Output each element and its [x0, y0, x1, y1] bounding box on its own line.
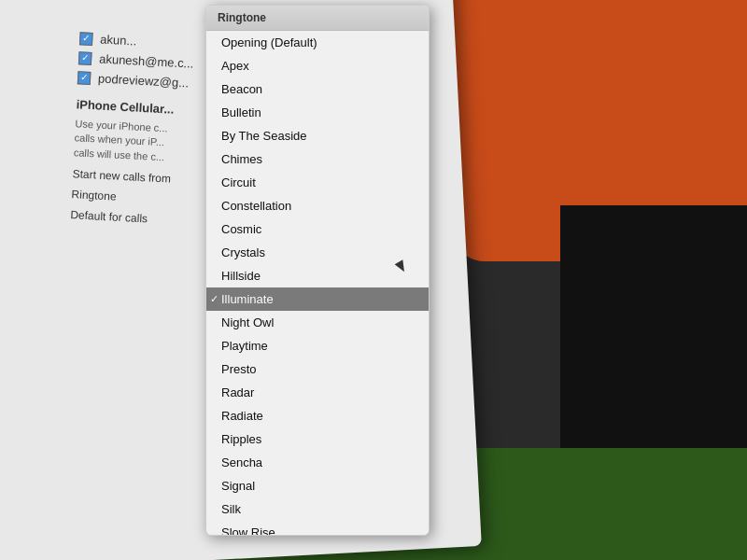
dropdown-item-opening-(default)[interactable]: Opening (Default)	[206, 31, 429, 54]
dropdown-item-circuit[interactable]: Circuit	[206, 171, 429, 194]
dropdown-item-silk[interactable]: Silk	[206, 497, 429, 521]
dropdown-item-crystals[interactable]: Crystals	[206, 241, 429, 264]
dropdown-list[interactable]: Opening (Default)ApexBeaconBulletinBy Th…	[206, 31, 429, 535]
dropdown-item-radar[interactable]: Radar	[206, 381, 429, 404]
checkbox-1[interactable]	[79, 32, 93, 46]
dropdown-item-beacon[interactable]: Beacon	[206, 77, 429, 101]
dropdown-item-apex[interactable]: Apex	[206, 54, 429, 77]
checkbox-label-1: akun...	[100, 32, 137, 48]
dropdown-header: Ringtone	[206, 6, 429, 31]
dropdown-item-ripples[interactable]: Ripples	[206, 427, 429, 451]
dropdown-item-constellation[interactable]: Constellation	[206, 194, 429, 217]
dropdown-item-hillside[interactable]: Hillside	[206, 264, 429, 287]
checkbox-label-2: akunesh@me.c...	[99, 51, 194, 70]
checkbox-label-3: podreviewz@g...	[98, 71, 190, 90]
dropdown-item-cosmic[interactable]: Cosmic	[206, 217, 429, 241]
dropdown-item-sencha[interactable]: Sencha	[206, 451, 429, 474]
dropdown-item-night-owl[interactable]: Night Owl	[206, 311, 429, 334]
dropdown-item-illuminate[interactable]: Illuminate	[206, 287, 429, 311]
checkbox-3[interactable]	[78, 71, 92, 85]
dropdown-item-presto[interactable]: Presto	[206, 357, 429, 381]
dropdown-item-by-the-seaside[interactable]: By The Seaside	[206, 124, 429, 147]
dropdown-item-slow-rise[interactable]: Slow Rise	[206, 521, 429, 535]
dropdown-item-playtime[interactable]: Playtime	[206, 334, 429, 357]
ringtone-dropdown[interactable]: Ringtone Opening (Default)ApexBeaconBull…	[205, 5, 430, 536]
checkbox-2[interactable]	[78, 51, 92, 65]
dropdown-title: Ringtone	[218, 11, 266, 24]
dropdown-item-bulletin[interactable]: Bulletin	[206, 101, 429, 124]
dropdown-item-radiate[interactable]: Radiate	[206, 404, 429, 427]
dropdown-item-signal[interactable]: Signal	[206, 474, 429, 497]
dropdown-item-chimes[interactable]: Chimes	[206, 147, 429, 171]
